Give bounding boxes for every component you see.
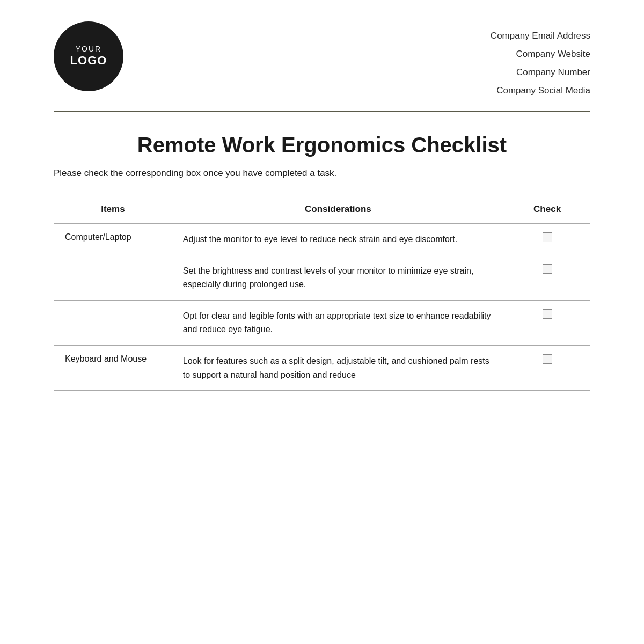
company-website-label: Company Website [491, 45, 590, 63]
company-number-label: Company Number [491, 63, 590, 82]
table-row: Opt for clear and legible fonts with an … [54, 300, 590, 345]
document-title-section: Remote Work Ergonomics Checklist [54, 133, 590, 157]
company-social-label: Company Social Media [491, 82, 590, 100]
consideration-cell-4: Look for features such as a split design… [172, 345, 504, 390]
company-email-label: Company Email Address [491, 27, 590, 45]
checklist-table: Items Considerations Check Computer/Lapt… [54, 195, 590, 391]
table-row: Computer/Laptop Adjust the monitor to ey… [54, 224, 590, 255]
checkbox-2[interactable] [543, 264, 552, 274]
logo-text-your: YOUR [76, 45, 101, 54]
check-cell-4 [504, 345, 590, 390]
table-row: Keyboard and Mouse Look for features suc… [54, 345, 590, 390]
check-cell-1 [504, 224, 590, 255]
table-header-row: Items Considerations Check [54, 195, 590, 224]
table-row: Set the brightness and contrast levels o… [54, 255, 590, 300]
consideration-cell-3: Opt for clear and legible fonts with an … [172, 300, 504, 345]
check-cell-2 [504, 255, 590, 300]
check-cell-3 [504, 300, 590, 345]
checkbox-4[interactable] [543, 354, 552, 364]
company-contact-info: Company Email Address Company Website Co… [491, 27, 590, 100]
page-header: YOUR LOGO Company Email Address Company … [54, 21, 590, 100]
consideration-cell-1: Adjust the monitor to eye level to reduc… [172, 224, 504, 255]
header-check: Check [504, 195, 590, 224]
document-title: Remote Work Ergonomics Checklist [54, 133, 590, 157]
header-items: Items [54, 195, 172, 224]
header-considerations: Considerations [172, 195, 504, 224]
item-cell-2 [54, 255, 172, 300]
consideration-cell-2: Set the brightness and contrast levels o… [172, 255, 504, 300]
item-cell-1: Computer/Laptop [54, 224, 172, 255]
checkbox-3[interactable] [543, 309, 552, 319]
header-divider [54, 111, 590, 112]
document-subtitle: Please check the corresponding box once … [54, 168, 590, 179]
logo-text-logo: LOGO [70, 54, 107, 68]
item-cell-4: Keyboard and Mouse [54, 345, 172, 390]
checkbox-1[interactable] [543, 232, 552, 242]
item-cell-3 [54, 300, 172, 345]
company-logo: YOUR LOGO [54, 21, 123, 91]
